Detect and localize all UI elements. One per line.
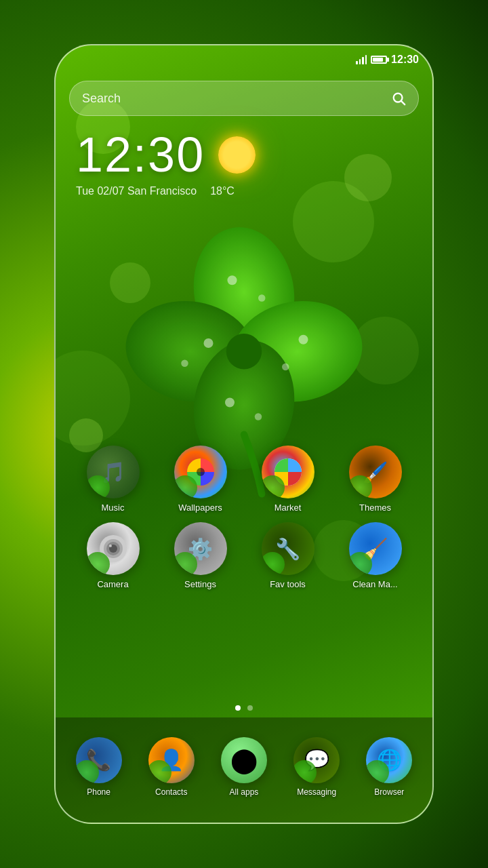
app-label-camera: Camera: [97, 579, 128, 589]
clock-widget: 12:30 Tue 02/07 San Francisco 18°C: [76, 127, 256, 197]
app-label-themes: Themes: [359, 502, 391, 513]
clock-info-row: Tue 02/07 San Francisco 18°C: [76, 182, 256, 197]
app-row-2: Camera ⚙️ Settings 🔧 Fav tools: [69, 522, 419, 589]
app-item-market[interactable]: Market: [251, 446, 325, 513]
app-label-favtools: Fav tools: [270, 579, 306, 589]
svg-point-17: [197, 468, 205, 476]
app-item-cleanmaster[interactable]: 🧹 Clean Ma...: [338, 522, 413, 589]
market-icon: [262, 446, 314, 498]
camera-icon: [87, 522, 140, 575]
dock-item-messaging[interactable]: 💬 Messaging: [293, 737, 340, 797]
svg-point-13: [225, 398, 235, 408]
status-time: 12:30: [391, 54, 419, 66]
app-label-wallpapers: Wallpapers: [178, 502, 222, 513]
wallpapers-icon: [174, 446, 227, 498]
dock-label-messaging: Messaging: [297, 787, 336, 797]
dock-item-browser[interactable]: 🌐 Browser: [366, 737, 412, 797]
svg-point-12: [282, 363, 289, 371]
phone-frame: 12:30 Search 12:30 Tue 02/07 San Francis…: [54, 44, 434, 824]
page-dot-2[interactable]: [247, 705, 253, 711]
app-item-music[interactable]: 🎵 Music: [76, 446, 150, 513]
app-item-settings[interactable]: ⚙️ Settings: [163, 522, 238, 589]
dock: 📞 Phone 👤 Contacts ⬤ All apps 💬: [56, 717, 432, 823]
app-item-camera[interactable]: Camera: [76, 522, 150, 589]
svg-point-9: [204, 338, 214, 348]
app-label-cleanmaster: Clean Ma...: [352, 579, 397, 589]
weather-temp: 18°C: [210, 185, 235, 197]
svg-point-23: [109, 545, 112, 547]
app-item-themes[interactable]: 🖌️ Themes: [338, 446, 413, 513]
page-indicator: [56, 705, 432, 711]
settings-icon: ⚙️: [174, 522, 227, 575]
cleanmaster-icon: 🧹: [349, 522, 402, 575]
dock-label-allapps: All apps: [230, 787, 259, 797]
app-row-1: 🎵 Music: [69, 446, 419, 513]
dock-item-contacts[interactable]: 👤 Contacts: [148, 737, 195, 797]
svg-point-6: [226, 334, 262, 370]
app-grid: 🎵 Music: [56, 446, 432, 589]
dock-label-browser: Browser: [374, 787, 404, 797]
search-text: Search: [82, 92, 391, 106]
messaging-dock-icon: 💬: [293, 737, 340, 783]
weather-sun-icon: [218, 136, 256, 174]
contacts-dock-icon: 👤: [148, 737, 195, 783]
app-label-settings: Settings: [184, 579, 216, 589]
browser-dock-icon: 🌐: [366, 737, 412, 783]
favtools-icon: 🔧: [262, 522, 314, 575]
svg-point-10: [181, 360, 188, 368]
svg-point-8: [258, 294, 266, 302]
svg-point-14: [255, 413, 262, 420]
svg-line-1: [401, 101, 405, 104]
svg-point-7: [228, 275, 237, 285]
app-label-market: Market: [274, 502, 302, 513]
search-bar[interactable]: Search: [69, 81, 419, 116]
status-bar: 12:30: [56, 45, 432, 74]
dock-item-phone[interactable]: 📞 Phone: [76, 737, 122, 797]
app-item-favtools[interactable]: 🔧 Fav tools: [251, 522, 325, 589]
app-item-wallpapers[interactable]: Wallpapers: [163, 446, 238, 513]
dock-label-contacts: Contacts: [155, 787, 187, 797]
dock-item-allapps[interactable]: ⬤ All apps: [221, 737, 267, 797]
search-icon: [391, 91, 406, 106]
app-label-music: Music: [102, 502, 125, 513]
clock-time: 12:30: [76, 127, 205, 182]
dock-label-phone: Phone: [87, 787, 110, 797]
clock-date: Tue 02/07 San Francisco: [76, 185, 197, 197]
battery-icon: [371, 56, 387, 64]
allapps-dock-icon: ⬤: [221, 737, 267, 783]
signal-icon: [356, 55, 367, 64]
page-dot-1[interactable]: [235, 705, 241, 711]
phone-dock-icon: 📞: [76, 737, 122, 783]
themes-icon: 🖌️: [349, 446, 402, 498]
music-icon: 🎵: [87, 446, 140, 498]
svg-point-11: [299, 335, 308, 344]
status-icons: 12:30: [356, 54, 419, 66]
clock-row: 12:30: [76, 127, 256, 182]
